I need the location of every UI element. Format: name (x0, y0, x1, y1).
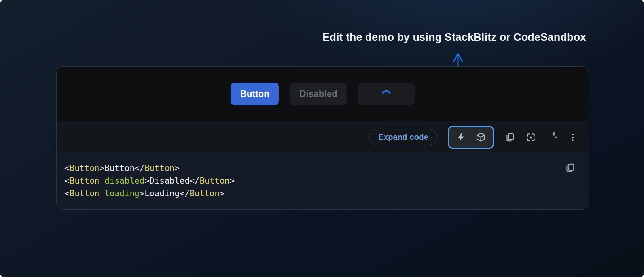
center-focus-icon[interactable] (526, 132, 536, 142)
demo-preview-area: Button Disabled (57, 67, 589, 121)
demo-button-primary[interactable]: Button (231, 83, 279, 105)
code-line: <Button disabled>Disabled</Button> (64, 175, 589, 187)
expand-code-button[interactable]: Expand code (369, 129, 437, 145)
demo-button-loading[interactable] (358, 83, 415, 105)
demo-button-disabled[interactable]: Disabled (290, 83, 347, 105)
codesandbox-icon[interactable] (476, 132, 486, 142)
copy-code-icon[interactable] (505, 132, 515, 142)
loading-spinner-icon (381, 89, 392, 99)
stackblitz-icon[interactable] (456, 133, 466, 142)
code-block: <Button>Button</Button><Button disabled>… (64, 162, 589, 200)
refresh-icon[interactable] (547, 132, 557, 142)
demo-card: Button Disabled Expand code (56, 66, 589, 210)
code-line: <Button loading>Loading</Button> (64, 187, 589, 200)
annotation-heading: Edit the demo by using StackBlitz or Cod… (322, 31, 586, 44)
copy-icon[interactable] (565, 163, 575, 173)
code-preview: <Button>Button</Button><Button disabled>… (57, 153, 589, 209)
more-options-icon[interactable] (568, 132, 578, 142)
code-line: <Button>Button</Button> (64, 162, 589, 175)
screenshot-canvas: Edit the demo by using StackBlitz or Cod… (0, 0, 644, 277)
demo-toolbar: Expand code (57, 121, 589, 153)
online-editors-group (448, 126, 494, 149)
